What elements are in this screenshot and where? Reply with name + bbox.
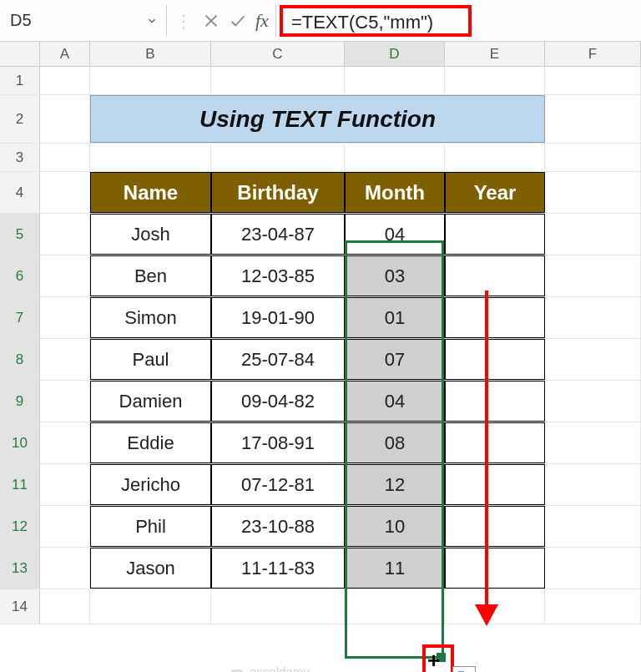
row-header[interactable]: 2 (0, 95, 40, 143)
cell[interactable] (40, 255, 90, 296)
row-header[interactable]: 4 (0, 172, 40, 213)
row-header[interactable]: 10 (0, 422, 40, 463)
cell[interactable] (545, 422, 641, 463)
cell[interactable] (40, 422, 90, 463)
cell[interactable] (211, 589, 345, 624)
cell[interactable] (90, 67, 211, 94)
row-header[interactable]: 9 (0, 381, 40, 422)
name-box[interactable]: D5 (0, 5, 167, 37)
cell[interactable] (211, 67, 345, 94)
cell[interactable] (40, 95, 90, 143)
cell[interactable] (545, 506, 641, 547)
cell[interactable] (40, 214, 90, 255)
cell[interactable] (40, 144, 90, 171)
cell-name[interactable]: Simon (90, 297, 211, 338)
cancel-icon[interactable] (202, 12, 220, 30)
cell[interactable] (40, 381, 90, 422)
cell-year[interactable] (445, 506, 545, 547)
cell-name[interactable]: Phil (90, 506, 211, 547)
cell-birthday[interactable]: 17-08-91 (211, 422, 345, 463)
cell[interactable] (545, 172, 641, 213)
header-month[interactable]: Month (345, 172, 445, 213)
cell[interactable] (345, 589, 445, 624)
row-header[interactable]: 6 (0, 255, 40, 296)
header-birthday[interactable]: Birthday (211, 172, 345, 213)
cell-name[interactable]: Paul (90, 339, 211, 380)
cell-year[interactable] (445, 339, 545, 380)
cell-birthday[interactable]: 07-12-81 (211, 464, 345, 505)
cell-name[interactable]: Ben (90, 255, 211, 296)
cell[interactable] (90, 589, 211, 624)
cell[interactable] (345, 144, 445, 171)
cell-month[interactable]: 04 (345, 214, 445, 255)
cell[interactable] (40, 67, 90, 94)
cell-month[interactable]: 03 (345, 255, 445, 296)
cell-birthday[interactable]: 25-07-84 (211, 339, 345, 380)
cell-birthday[interactable]: 09-04-82 (211, 381, 345, 422)
cell-month[interactable]: 04 (345, 381, 445, 422)
col-header-f[interactable]: F (545, 42, 641, 66)
cell[interactable] (445, 67, 545, 94)
cell[interactable] (545, 381, 641, 422)
cell[interactable] (445, 144, 545, 171)
col-header-a[interactable]: A (40, 42, 90, 66)
cell-month[interactable]: 11 (345, 548, 445, 589)
cell[interactable] (40, 172, 90, 213)
cell[interactable] (40, 464, 90, 505)
cell-birthday[interactable]: 23-04-87 (211, 214, 345, 255)
cell-year[interactable] (445, 214, 545, 255)
cell-month[interactable]: 12 (345, 464, 445, 505)
cell[interactable] (545, 67, 641, 94)
cell[interactable] (40, 548, 90, 589)
cell[interactable] (545, 589, 641, 624)
row-header[interactable]: 8 (0, 339, 40, 380)
cell[interactable] (545, 95, 641, 143)
row-header[interactable]: 3 (0, 144, 40, 171)
cell[interactable] (345, 67, 445, 94)
cell[interactable] (40, 339, 90, 380)
cell-month[interactable]: 08 (345, 422, 445, 463)
col-header-c[interactable]: C (211, 42, 345, 66)
cell-name[interactable]: Jericho (90, 464, 211, 505)
cell[interactable] (40, 297, 90, 338)
cell-name[interactable]: Eddie (90, 422, 211, 463)
cell-birthday[interactable]: 11-11-83 (211, 548, 345, 589)
cell[interactable] (545, 339, 641, 380)
col-header-e[interactable]: E (445, 42, 545, 66)
cell[interactable] (545, 255, 641, 296)
cell[interactable] (40, 589, 90, 624)
autofill-options-button[interactable] (452, 666, 476, 672)
cell[interactable] (211, 144, 345, 171)
cell[interactable] (90, 144, 211, 171)
cell[interactable] (545, 144, 641, 171)
cell-month[interactable]: 10 (345, 506, 445, 547)
header-year[interactable]: Year (445, 172, 545, 213)
row-header[interactable]: 12 (0, 506, 40, 547)
cell-birthday[interactable]: 23-10-88 (211, 506, 345, 547)
cell-year[interactable] (445, 381, 545, 422)
row-header[interactable]: 14 (0, 589, 40, 624)
row-header[interactable]: 1 (0, 67, 40, 94)
enter-icon[interactable] (229, 12, 247, 30)
cell[interactable] (545, 548, 641, 589)
title-cell[interactable]: Using TEXT Function (90, 95, 545, 143)
formula-input[interactable]: =TEXT(C5,"mm") (280, 5, 472, 37)
row-header[interactable]: 13 (0, 548, 40, 589)
cell-month[interactable]: 07 (345, 339, 445, 380)
cell-year[interactable] (445, 548, 545, 589)
select-all-corner[interactable] (0, 42, 40, 66)
row-header[interactable]: 5 (0, 214, 40, 255)
cell-birthday[interactable]: 12-03-85 (211, 255, 345, 296)
cell-year[interactable] (445, 422, 545, 463)
cell[interactable] (545, 214, 641, 255)
cell-name[interactable]: Jason (90, 548, 211, 589)
row-header[interactable]: 7 (0, 297, 40, 338)
header-name[interactable]: Name (90, 172, 211, 213)
cell-year[interactable] (445, 255, 545, 296)
cell-name[interactable]: Damien (90, 381, 211, 422)
cell[interactable] (545, 464, 641, 505)
cell-year[interactable] (445, 297, 545, 338)
cell[interactable] (40, 506, 90, 547)
cell[interactable] (545, 297, 641, 338)
row-header[interactable]: 11 (0, 464, 40, 505)
